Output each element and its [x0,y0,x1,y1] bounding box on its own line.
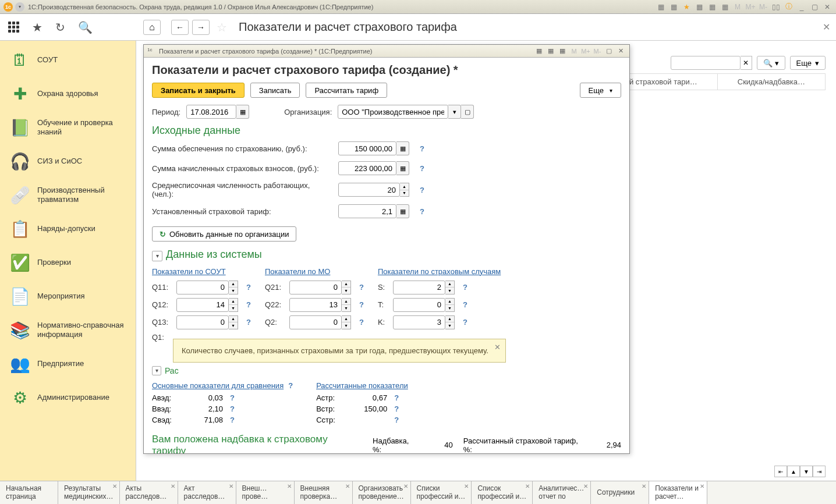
nav-up[interactable]: ▲ [787,466,800,477]
bottom-tab[interactable]: Показатели ирасчет…✕ [649,481,707,504]
tb-icon[interactable]: ▦ [534,47,544,56]
tb-mminus[interactable]: M- [758,2,768,12]
tab-close-icon[interactable]: ✕ [287,483,292,490]
help-icon[interactable]: ? [463,318,467,326]
org-input[interactable] [338,105,448,119]
tab-close-icon[interactable]: ✕ [229,483,233,490]
nav-first[interactable]: ⇤ [774,466,787,477]
spinner[interactable]: ▲▼ [445,281,455,294]
spinner[interactable]: ▲▼ [229,298,238,312]
tab-close-icon[interactable]: ✕ [464,483,469,490]
k-input[interactable] [393,315,445,329]
bottom-tab[interactable]: Актрасследов…✕ [178,481,236,504]
comp-base-heading[interactable]: Основные показатели для сравнения [152,381,284,390]
help-icon[interactable]: ? [246,283,251,292]
calculate-button[interactable]: Рассчитать тариф [306,83,387,98]
calc-icon[interactable]: ▦ [396,204,409,218]
help-icon[interactable]: ? [230,404,235,413]
open-icon[interactable]: ▢ [461,105,474,119]
tab-close-icon[interactable]: ✕ [700,483,704,490]
apps-icon[interactable] [8,22,19,33]
bottom-tab[interactable]: Аналитичес…отчет по✕ [533,481,591,504]
tb-icon[interactable]: ▦ [694,2,704,12]
help-icon[interactable]: ? [463,283,467,292]
refresh-org-button[interactable]: Обновить данные по организации [152,226,296,242]
collapse-icon[interactable]: ▾ [152,366,161,375]
max-icon[interactable]: ▢ [604,47,614,56]
bottom-tab[interactable]: Внеш…прове…✕ [236,481,295,504]
home-button[interactable]: ⌂ [143,20,161,35]
help-icon[interactable]: ? [288,381,293,390]
save-button[interactable]: Записать [250,83,300,98]
sluch-link[interactable]: Показатели по страховым случаям [378,267,501,276]
search-icon[interactable]: 🔍 [78,20,93,34]
help-icon[interactable]: ? [420,207,424,216]
nav-down[interactable]: ▼ [800,466,813,477]
panels-icon[interactable]: ▯▯ [771,2,781,12]
tab-close-icon[interactable]: ✕ [171,483,175,490]
calendar-icon[interactable]: ▦ [236,105,249,119]
help-icon[interactable]: ? [246,318,251,326]
help-icon[interactable]: ? [359,283,364,292]
tb-mplus[interactable]: M+ [580,47,591,56]
nav-last[interactable]: ⇥ [813,466,826,477]
tb-icon[interactable]: ▦ [656,2,666,12]
q2-input[interactable] [289,315,342,329]
tab-close-icon[interactable]: ✕ [525,483,530,490]
spinner[interactable]: ▲▼ [445,298,455,312]
spinner[interactable]: ▲▼ [342,298,351,312]
back-button[interactable]: ← [171,20,189,35]
sidebar-item[interactable]: 📗Обучение и проверка знаний [0,111,136,144]
sidebar-item[interactable]: 📋Наряды-допуски [0,212,136,246]
q11-input[interactable] [176,281,229,294]
help-icon[interactable]: ? [420,164,424,173]
help-icon[interactable]: ? [420,186,424,194]
bottom-tab[interactable]: Внешняяпроверка…✕ [295,481,353,504]
bottom-tab[interactable]: Сотрудники✕ [591,481,649,504]
help-icon[interactable]: ? [394,393,399,402]
q12-input[interactable] [176,298,229,312]
sidebar-item[interactable]: 🎧СИЗ и СиОС [0,144,136,178]
tooltip-close-icon[interactable]: ✕ [494,343,501,352]
tb-icon[interactable]: ▦ [720,2,730,12]
bottom-tab[interactable]: Спискипрофессий и…✕ [411,481,472,504]
search-input[interactable] [671,56,741,70]
tarif-input[interactable] [338,204,396,218]
tb-m[interactable]: M [732,2,743,12]
sout-link[interactable]: Показатели по СОУТ [152,267,226,276]
tab-close-icon[interactable]: ✕ [112,483,117,490]
sidebar-item[interactable]: ✅Проверки [0,246,136,279]
max-icon[interactable]: ▢ [809,2,820,12]
more-button[interactable]: Еще ▾ [790,56,826,70]
history-icon[interactable]: ↻ [55,20,65,34]
tab-close-icon[interactable]: ✕ [345,483,350,490]
sum-vznos-input[interactable] [338,161,396,175]
help-icon[interactable]: ? [463,300,467,309]
tb-icon[interactable]: ▦ [557,47,568,56]
tab-close-icon[interactable]: ✕ [642,483,646,490]
sidebar-item[interactable]: 👥Предприятие [0,347,136,381]
dropdown-icon[interactable]: ▾ [448,105,461,119]
period-input[interactable] [186,105,236,119]
sidebar-item[interactable]: 🗓СОУТ [0,43,136,77]
calc-icon[interactable]: ▦ [396,141,409,155]
tb-icon[interactable]: ▦ [668,2,679,12]
spinner[interactable]: ▲▼ [400,183,409,197]
bottom-tab[interactable]: Результатымедицинских…✕ [58,481,120,504]
help-icon[interactable]: ? [394,404,399,413]
dropdown-icon[interactable]: ▾ [15,2,24,12]
t-input[interactable] [393,298,445,312]
tb-m[interactable]: M [569,47,579,56]
spinner[interactable]: ▲▼ [445,315,455,329]
sum-obesb-input[interactable] [338,141,396,155]
s-input[interactable] [393,281,445,294]
tb-mminus[interactable]: M- [592,47,603,56]
more-button[interactable]: Еще [580,83,621,98]
spinner[interactable]: ▲▼ [229,281,238,294]
info-icon[interactable]: ⓘ [784,2,794,12]
close-page-icon[interactable]: ✕ [823,22,830,33]
tab-close-icon[interactable]: ✕ [403,483,408,490]
star-icon[interactable]: ★ [32,20,42,34]
bottom-tab[interactable]: Актырасследов…✕ [120,481,178,504]
bottom-tab[interactable]: Списокпрофессий и…✕ [472,481,533,504]
